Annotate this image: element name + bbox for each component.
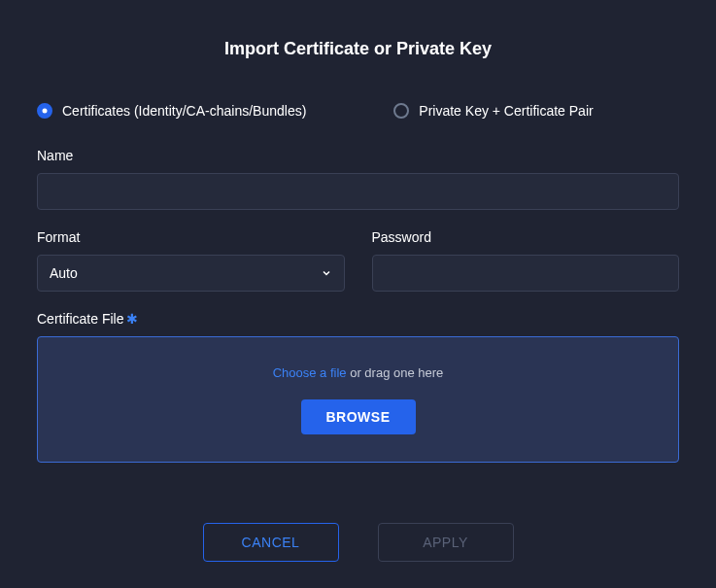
certificate-file-field-group: Certificate File✱ Choose a file or drag … bbox=[37, 311, 679, 463]
name-input[interactable] bbox=[37, 173, 679, 210]
browse-button[interactable]: BROWSE bbox=[301, 399, 416, 434]
radio-dot-selected-icon bbox=[37, 103, 52, 119]
import-type-radio-group: Certificates (Identity/CA-chains/Bundles… bbox=[37, 103, 679, 119]
name-label: Name bbox=[37, 148, 679, 163]
password-label: Password bbox=[372, 229, 680, 245]
drag-hint: or drag one here bbox=[347, 365, 444, 380]
choose-file-link[interactable]: Choose a file bbox=[273, 365, 347, 380]
format-select[interactable]: Auto bbox=[37, 255, 345, 292]
name-field-group: Name bbox=[37, 148, 679, 210]
radio-certificates-label: Certificates (Identity/CA-chains/Bundles… bbox=[62, 103, 306, 119]
radio-certificates[interactable]: Certificates (Identity/CA-chains/Bundles… bbox=[37, 103, 306, 119]
format-value: Auto bbox=[50, 265, 78, 281]
required-asterisk-icon: ✱ bbox=[126, 311, 138, 327]
radio-dot-unselected-icon bbox=[393, 103, 409, 119]
chevron-down-icon bbox=[321, 267, 332, 279]
file-dropzone[interactable]: Choose a file or drag one here BROWSE bbox=[37, 336, 679, 463]
dropzone-text: Choose a file or drag one here bbox=[273, 365, 444, 380]
radio-private-key-pair-label: Private Key + Certificate Pair bbox=[419, 103, 593, 119]
password-input[interactable] bbox=[372, 255, 680, 292]
format-label: Format bbox=[37, 229, 345, 245]
format-field-group: Format Auto bbox=[37, 229, 345, 292]
cancel-button[interactable]: CANCEL bbox=[203, 523, 339, 562]
radio-private-key-pair[interactable]: Private Key + Certificate Pair bbox=[393, 103, 593, 119]
apply-button[interactable]: APPLY bbox=[378, 523, 514, 562]
dialog-title: Import Certificate or Private Key bbox=[37, 39, 679, 59]
password-field-group: Password bbox=[372, 229, 680, 292]
dialog-footer: CANCEL APPLY bbox=[37, 523, 679, 562]
certificate-file-label: Certificate File✱ bbox=[37, 311, 679, 327]
